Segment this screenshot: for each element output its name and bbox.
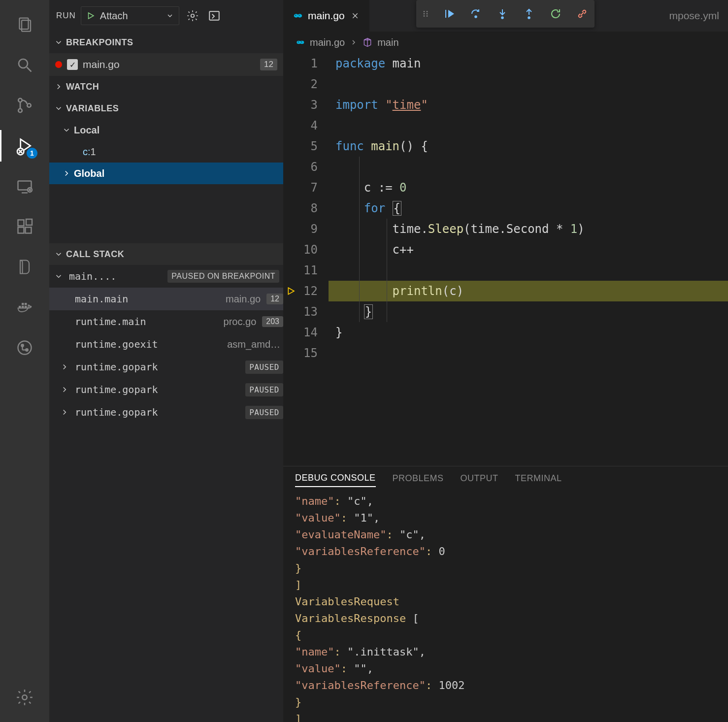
settings-gear-icon[interactable] <box>9 682 40 713</box>
code-line[interactable]: c++ <box>329 239 728 260</box>
breakpoints-header[interactable]: BREAKPOINTS <box>49 32 283 53</box>
svg-rect-23 <box>22 303 24 305</box>
variables-global-scope[interactable]: Global <box>49 163 283 184</box>
svg-point-27 <box>26 349 28 351</box>
search-icon[interactable] <box>9 49 40 81</box>
panel-tab-output[interactable]: OUTPUT <box>461 473 498 487</box>
callstack-goroutine[interactable]: runtime.goparkPAUSED <box>49 401 283 424</box>
callstack-frame[interactable]: runtime.goexitasm_amd… <box>49 333 283 356</box>
editor-area: main.go <box>283 0 728 722</box>
panel-tabs: DEBUG CONSOLEPROBLEMSOUTPUTTERMINAL <box>283 466 728 493</box>
code-line[interactable] <box>329 260 728 281</box>
svg-point-50 <box>501 17 503 19</box>
chevron-right-icon <box>350 38 358 46</box>
chevron-down-icon <box>166 12 174 20</box>
variables-local-scope[interactable]: Local <box>49 119 283 141</box>
restart-button[interactable] <box>548 6 563 21</box>
svg-point-45 <box>427 15 428 17</box>
code-line[interactable] <box>329 343 728 363</box>
line-number: 15 <box>300 343 318 363</box>
debug-badge: 1 <box>27 148 37 159</box>
code-line[interactable] <box>329 74 728 95</box>
disconnect-button[interactable] <box>575 6 590 21</box>
code-line[interactable]: for { <box>329 198 728 219</box>
watch-header[interactable]: WATCH <box>49 76 283 98</box>
breakpoint-item[interactable]: ✓ main.go 12 <box>49 53 283 76</box>
callstack-goroutine[interactable]: runtime.goparkPAUSED <box>49 356 283 378</box>
console-line: "value": "1", <box>295 510 716 526</box>
explorer-icon[interactable] <box>9 9 40 40</box>
continue-button[interactable] <box>442 6 457 21</box>
breadcrumb[interactable]: main.go main <box>283 32 728 53</box>
code-line[interactable]: println(c) <box>329 281 728 301</box>
code-line[interactable]: c := 0 <box>329 177 728 198</box>
svg-line-3 <box>27 67 32 72</box>
svg-point-48 <box>475 16 477 18</box>
chevron-right-icon <box>61 169 72 178</box>
gear-icon[interactable] <box>184 7 201 24</box>
callstack-frame[interactable]: runtime.mainproc.go203 <box>49 310 283 333</box>
svg-rect-16 <box>18 220 24 226</box>
variables-header[interactable]: VARIABLES <box>49 98 283 119</box>
code-line[interactable]: func main() { <box>329 136 728 157</box>
code-line[interactable]: } <box>329 322 728 343</box>
console-line: } <box>295 694 716 711</box>
callstack-thread[interactable]: main.... PAUSED ON BREAKPOINT <box>49 265 283 288</box>
step-over-button[interactable] <box>468 6 483 21</box>
line-number: 10 <box>300 239 318 260</box>
panel-tab-debug-console[interactable]: DEBUG CONSOLE <box>295 473 376 487</box>
step-into-button[interactable] <box>495 6 510 21</box>
run-config-dropdown[interactable]: Attach <box>81 6 179 25</box>
svg-point-6 <box>27 103 31 107</box>
symbol-icon <box>363 37 372 47</box>
docker-icon[interactable] <box>9 292 40 323</box>
line-number: 14 <box>300 322 318 343</box>
callstack-goroutine[interactable]: runtime.goparkPAUSED <box>49 378 283 401</box>
variable-item[interactable]: c: 1 <box>49 141 283 163</box>
svg-point-30 <box>22 695 27 700</box>
panel-tab-terminal[interactable]: TERMINAL <box>515 473 562 487</box>
debug-console-output[interactable]: "name": "c", "value": "1", "evaluateName… <box>283 493 728 722</box>
breakpoint-dot-icon <box>55 61 62 68</box>
line-number: 3 <box>300 95 318 115</box>
line-number: 5 <box>300 136 318 157</box>
database-icon[interactable] <box>9 251 40 283</box>
code-line[interactable]: } <box>329 301 728 322</box>
chevron-down-icon <box>53 250 64 259</box>
editor-tabs: main.go <box>283 0 728 32</box>
svg-point-54 <box>300 41 304 44</box>
code-editor[interactable]: 123456789101112131415 package mainimport… <box>283 53 728 466</box>
console-line: } <box>295 560 716 577</box>
remote-explorer-icon[interactable] <box>9 170 40 202</box>
code-line[interactable]: import "time" <box>329 95 728 115</box>
extensions-icon[interactable] <box>9 211 40 242</box>
line-number: 6 <box>300 157 318 177</box>
close-icon[interactable] <box>350 10 361 21</box>
debug-icon[interactable]: 1 <box>9 130 40 162</box>
code-line[interactable]: time.Sleep(time.Second * 1) <box>329 219 728 239</box>
code-line[interactable] <box>329 157 728 177</box>
source-control-icon[interactable] <box>9 90 40 121</box>
line-number: 7 <box>300 177 318 198</box>
code-line[interactable]: package main <box>329 53 728 74</box>
drag-handle-icon[interactable] <box>421 9 430 18</box>
svg-point-44 <box>424 15 425 17</box>
breakpoint-checkbox[interactable]: ✓ <box>67 59 78 70</box>
panel-tab-problems[interactable]: PROBLEMS <box>393 473 444 487</box>
console-line: ] <box>295 711 716 722</box>
svg-point-41 <box>427 11 428 12</box>
svg-rect-19 <box>26 219 32 225</box>
callstack-frame[interactable]: main.mainmain.go12 <box>49 288 283 310</box>
callstack-header[interactable]: CALL STACK <box>49 243 283 265</box>
svg-rect-17 <box>18 228 24 233</box>
git-graph-icon[interactable] <box>9 332 40 363</box>
breakpoint-file: main.go <box>83 59 255 70</box>
code-line[interactable] <box>329 115 728 136</box>
step-out-button[interactable] <box>522 6 536 21</box>
thread-state-badge: PAUSED ON BREAKPOINT <box>167 270 279 283</box>
tab-main-go[interactable]: main.go <box>283 0 369 32</box>
bottom-panel: DEBUG CONSOLEPROBLEMSOUTPUTTERMINAL "nam… <box>283 466 728 722</box>
debug-console-icon[interactable] <box>206 7 223 24</box>
console-line: "name": "c", <box>295 493 716 510</box>
line-number: 9 <box>300 219 318 239</box>
